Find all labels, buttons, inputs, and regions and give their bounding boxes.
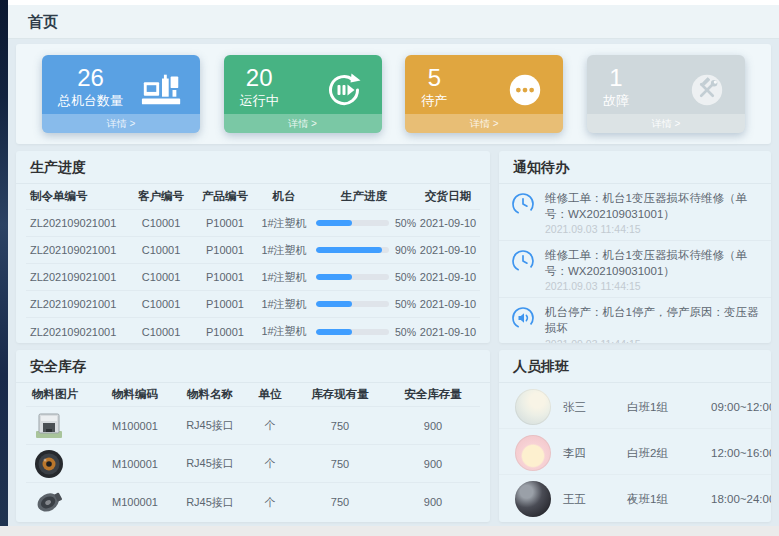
schedule-row: 李四 白班2组 12:00~16:00	[499, 429, 771, 475]
running-detail-link[interactable]: 详情 >	[224, 114, 382, 133]
avatar	[515, 435, 551, 471]
stat-card-total-machines: 26 总机台数量	[42, 55, 200, 133]
progress-bar: 50%	[312, 217, 416, 229]
schedule-list: 张三 白班1组 09:00~12:00 李四 白班2组 12:00~16:00	[499, 383, 771, 521]
person-name: 王五	[563, 492, 615, 507]
notification-time: 2021.09.03 11:44:15	[545, 338, 759, 343]
safety-stock-table: 物料图片 物料编码 物料名称 单位 库存现有量 安全库存量	[16, 383, 490, 521]
speaker-driver-image	[32, 448, 66, 480]
panels-grid: 生产进度 制令单编号 客户编号 产品编号 机台 生产进度 交货日期 ZL2021…	[16, 151, 771, 522]
avatar	[515, 389, 551, 425]
production-row: ZL202109021001 C10001 P10001 1#注塑机 50% 2…	[26, 291, 480, 318]
stat-cards-panel: 26 总机台数量	[16, 44, 771, 144]
notifications-panel: 通知待办 维修工单：机台1变压器损坏待维修（单号：WX202109031001）	[499, 151, 771, 343]
personnel-schedule-title: 人员排班	[499, 350, 771, 383]
waiting-detail-link[interactable]: 详情 >	[405, 114, 563, 133]
stat-card-fault: 1 故障	[587, 55, 745, 133]
fault-value: 1	[603, 64, 629, 92]
notification-item[interactable]: 维修工单：机台1变压器损坏待维修（单号：WX202109031001） 2021…	[499, 184, 771, 241]
fault-label: 故障	[603, 92, 629, 110]
stat-card-waiting: 5 待产 详情 >	[405, 55, 563, 133]
production-row: ZL202109021001 C10001 P10001 1#注塑机 50% 2…	[26, 318, 480, 343]
notification-text: 机台停产：机台1停产，停产原因：变压器损坏	[545, 304, 759, 336]
person-shift: 白班2组	[627, 446, 699, 461]
person-time: 12:00~16:00	[711, 447, 771, 459]
inventory-row: M100001 RJ45接口 个 750 900	[26, 445, 480, 483]
schedule-row: 王五 夜班1组 18:00~24:00	[499, 475, 771, 521]
dashboard-screen: 首页 26 总机台数量	[0, 0, 779, 536]
notifications-title: 通知待办	[499, 151, 771, 184]
notification-item[interactable]: 机台停产：机台1停产，停产原因：变压器损坏 2021.09.03 11:44:1…	[499, 298, 771, 343]
main-content: 26 总机台数量	[8, 39, 779, 522]
page-title: 首页	[8, 5, 779, 39]
notification-time: 2021.09.03 11:44:15	[545, 280, 759, 292]
waiting-label: 待产	[421, 92, 447, 110]
production-row: ZL202109021001 C10001 P10001 1#注塑机 90% 2…	[26, 237, 480, 264]
person-shift: 夜班1组	[627, 492, 699, 507]
person-time: 18:00~24:00	[711, 493, 771, 505]
running-icon	[322, 70, 366, 110]
inventory-row: M100001 RJ45接口 个 750 900	[26, 483, 480, 521]
total-machines-value: 26	[58, 64, 123, 92]
person-name: 李四	[563, 446, 615, 461]
production-row: ZL202109021001 C10001 P10001 1#注塑机 50% 2…	[26, 264, 480, 291]
window-bottom-edge	[0, 526, 779, 536]
production-table: 制令单编号 客户编号 产品编号 机台 生产进度 交货日期 ZL202109021…	[16, 184, 490, 343]
notification-text: 维修工单：机台1变压器损坏待维修（单号：WX202109031001）	[545, 247, 759, 279]
notification-text: 维修工单：机台1变压器损坏待维修（单号：WX202109031001）	[545, 190, 759, 222]
inventory-row: M100001 RJ45接口 个 750 900	[26, 407, 480, 445]
personnel-schedule-panel: 人员排班 张三 白班1组 09:00~12:00 李四 白班2组 12:	[499, 350, 771, 522]
notification-time: 2021.09.03 11:44:15	[545, 223, 759, 235]
progress-bar: 90%	[312, 244, 416, 256]
person-name: 张三	[563, 400, 615, 415]
fault-detail-link[interactable]: 详情 >	[587, 114, 745, 133]
window-top-edge	[8, 0, 779, 5]
notification-item[interactable]: 维修工单：机台1变压器损坏待维修（单号：WX202109031001） 2021…	[499, 241, 771, 298]
clock-icon	[511, 192, 535, 216]
stat-card-running: 20 运行中 详情 >	[224, 55, 382, 133]
person-shift: 白班1组	[627, 400, 699, 415]
avatar	[515, 481, 551, 517]
machine-icon	[140, 70, 184, 110]
progress-bar: 50%	[312, 326, 416, 338]
collapsed-sidebar-strip	[0, 0, 8, 536]
notifications-list: 维修工单：机台1变压器损坏待维修（单号：WX202109031001） 2021…	[499, 184, 771, 343]
ellipsis-icon	[503, 70, 547, 110]
production-table-header: 制令单编号 客户编号 产品编号 机台 生产进度 交货日期	[26, 184, 480, 210]
production-progress-panel: 生产进度 制令单编号 客户编号 产品编号 机台 生产进度 交货日期 ZL2021…	[16, 151, 490, 343]
app-container: 首页 26 总机台数量	[8, 0, 779, 536]
production-row: ZL202109021001 C10001 P10001 1#注塑机 50% 2…	[26, 210, 480, 237]
rj45-connector-image	[32, 410, 66, 442]
running-label: 运行中	[240, 92, 279, 110]
safety-stock-panel: 安全库存 物料图片 物料编码 物料名称 单位 库存现有量 安全库存量	[16, 350, 490, 522]
total-machines-detail-link[interactable]: 详情 >	[42, 114, 200, 133]
speaker-icon	[511, 306, 535, 330]
running-value: 20	[240, 64, 279, 92]
waiting-value: 5	[421, 64, 447, 92]
speaker-cone-image	[32, 486, 66, 518]
person-time: 09:00~12:00	[711, 401, 771, 413]
schedule-row: 张三 白班1组 09:00~12:00	[499, 383, 771, 429]
total-machines-label: 总机台数量	[58, 92, 123, 110]
progress-bar: 50%	[312, 298, 416, 310]
tools-icon	[685, 70, 729, 110]
clock-icon	[511, 249, 535, 273]
safety-stock-title: 安全库存	[16, 350, 490, 383]
safety-stock-header: 物料图片 物料编码 物料名称 单位 库存现有量 安全库存量	[26, 383, 480, 407]
progress-bar: 50%	[312, 271, 416, 283]
production-progress-title: 生产进度	[16, 151, 490, 184]
